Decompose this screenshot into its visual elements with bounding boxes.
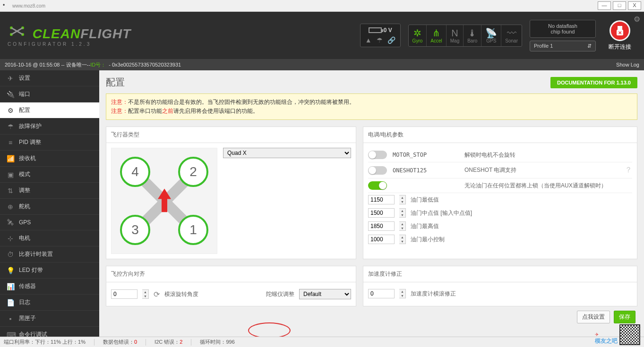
warning-icon: ▲ [365, 36, 372, 44]
sidebar-item-11[interactable]: ⏱比赛计时装置 [0, 246, 99, 262]
spinner-buttons[interactable]: ▲▼ [399, 208, 406, 218]
profile-select[interactable]: Profile 1⇵ [530, 41, 596, 51]
log-timestamp: 2016-10-16 @ 01:55:08 [5, 62, 60, 68]
sidebar-icon: ⏱ [7, 251, 14, 258]
parachute-icon: ☂ [377, 36, 383, 44]
mixer-diagram: 4 2 3 1 [111, 148, 217, 254]
accel-roll-input[interactable] [368, 289, 395, 298]
sidebar-label: 调整 [19, 186, 30, 195]
warning-notice: 注意：不是所有的功能组合是有效的。当飞控固件检测到无效的功能组合，冲突的功能将被… [106, 93, 637, 120]
spinner-buttons[interactable]: ▲▼ [142, 289, 149, 299]
sensor-mag: NMag [446, 25, 463, 46]
sidebar-item-1[interactable]: 🔌端口 [0, 86, 99, 102]
refresh-icon: ⟳ [154, 290, 160, 299]
sidebar-item-2[interactable]: ⚙配置 [0, 102, 99, 118]
documentation-button[interactable]: DOCUMENTATION FOR 1.13.0 [550, 77, 637, 88]
gyro-align-select[interactable]: Default [299, 289, 351, 299]
status-bar: 端口利用率：下行：11% 上行：1% 数据包错误：0 I2C 错误：2 循环时间… [0, 337, 644, 347]
sidebar-item-12[interactable]: 💡LED 灯带 [0, 262, 99, 279]
aircraft-type-panel: 飞行器类型 4 2 3 1 [106, 127, 356, 259]
throttle-input[interactable] [368, 208, 395, 218]
settings-gear-icon[interactable]: ⚙ [634, 15, 640, 24]
esc-feature-row: MOTOR_STOP解锁时电机不会旋转 [368, 148, 632, 162]
sidebar-label: 电机 [19, 234, 30, 242]
sidebar-item-5[interactable]: 📶接收机 [0, 151, 99, 167]
show-log-toggle[interactable]: Show Log [616, 62, 639, 68]
feature-toggle[interactable] [368, 151, 387, 159]
sidebar-item-15[interactable]: ▪黑匣子 [0, 311, 99, 327]
sidebar-item-3[interactable]: ☂故障保护 [0, 118, 99, 135]
sidebar-icon: ⊕ [7, 203, 14, 211]
sensor-baro: 🌡Baro [463, 25, 481, 46]
annotation-circle [248, 322, 291, 337]
disconnect-button[interactable]: ✕ 断开连接 [603, 20, 636, 51]
spinner-buttons[interactable]: ▲▼ [399, 195, 406, 204]
svg-rect-6 [618, 26, 622, 30]
mixer-select[interactable]: Quad X [223, 148, 351, 158]
sidebar-icon: ⌨ [7, 331, 14, 337]
sensor-sonar: 〰Sonar [501, 25, 522, 46]
throttle-input[interactable] [368, 221, 395, 231]
qr-code-icon [619, 324, 640, 345]
sidebar-icon: 📄 [7, 299, 14, 306]
sidebar-icon: 📶 [7, 155, 14, 162]
sensor-accel: ⋔Accel [426, 25, 446, 46]
esc-motor-panel: 电调/电机参数 MOTOR_STOP解锁时电机不会旋转ONESHOT125ONE… [363, 127, 637, 259]
sidebar-label: 黑匣子 [19, 314, 36, 322]
page-title: 配置 [106, 76, 125, 89]
gps-icon: 📡 [485, 28, 497, 38]
save-button[interactable]: 保存 [614, 311, 635, 323]
sidebar-label: 比赛计时装置 [19, 250, 53, 258]
esc-feature-row: ONESHOT125ONESHOT 电调支持？ [368, 162, 632, 178]
link-icon: 🔗 [387, 36, 395, 44]
feature-toggle[interactable] [368, 181, 387, 190]
throttle-row: ▲▼油门最小控制 [368, 233, 632, 246]
spinner-buttons[interactable]: ▲▼ [399, 221, 406, 231]
sensor-gyro: ✲Gyro [409, 25, 427, 46]
sidebar-label: LED 灯带 [19, 266, 43, 274]
svg-marker-9 [158, 188, 171, 212]
sidebar-item-8[interactable]: ⊕舵机 [0, 199, 99, 215]
feature-desc: 无论油门在任何位置都将上锁（当使用AUX通道解锁时） [464, 182, 632, 190]
browser-bullet-icon: • [3, 2, 10, 9]
esc-feature-row: 无论油门在任何位置都将上锁（当使用AUX通道解锁时） [368, 178, 632, 193]
roll-degrees-input[interactable] [111, 289, 137, 299]
spinner-buttons[interactable]: ▲▼ [399, 235, 406, 244]
sidebar-icon: ▪ [7, 315, 14, 322]
throttle-label: 油门最小控制 [411, 236, 445, 244]
quad-icon [8, 24, 26, 42]
sidebar-icon: ⊹ [7, 235, 14, 242]
sidebar-icon: 🛰 [7, 219, 14, 226]
spinner-buttons[interactable]: ▲▼ [399, 289, 406, 298]
app-header: ⚙ CLEANFLIGHT CONFIGURATOR 1.2.3 0 V ▲ ☂… [0, 12, 644, 59]
sensor-gps: 📡GPS [481, 25, 501, 46]
accel-icon: ⋔ [430, 28, 442, 38]
sidebar-icon: ▣ [7, 171, 14, 178]
sidebar-item-14[interactable]: 📄日志 [0, 295, 99, 311]
rotor-2-icon: 2 [178, 157, 208, 187]
sidebar-label: 模式 [19, 170, 30, 178]
sidebar-item-10[interactable]: ⊹电机 [0, 230, 99, 246]
window-min-button[interactable]: — [598, 1, 611, 10]
sidebar-item-13[interactable]: 📊传感器 [0, 279, 99, 295]
sidebar-label: 日志 [19, 298, 30, 306]
sidebar-item-16[interactable]: ⌨命令行调试 [0, 327, 99, 337]
sidebar-item-4[interactable]: ≡PID 调整 [0, 135, 99, 151]
throttle-input[interactable] [368, 195, 395, 204]
sidebar-label: 命令行调试 [19, 330, 47, 337]
sidebar-icon: ⚙ [7, 107, 14, 114]
accel-trim-panel: 加速度计修正 ▲▼ 加速度计横滚修正 [363, 266, 637, 306]
help-icon[interactable]: ？ [625, 165, 632, 175]
window-max-button[interactable]: □ [613, 1, 626, 10]
sidebar-item-9[interactable]: 🛰GPS [0, 215, 99, 230]
throttle-input[interactable] [368, 235, 395, 244]
feature-toggle[interactable] [368, 166, 387, 175]
settings-button[interactable]: 点我设置 [577, 311, 610, 323]
sidebar-item-6[interactable]: ▣模式 [0, 167, 99, 183]
sidebar-icon: 🔌 [7, 91, 14, 98]
feature-name: ONESHOT125 [393, 167, 459, 174]
sidebar-item-0[interactable]: ✈设置 [0, 70, 99, 86]
sidebar-item-7[interactable]: ⇅调整 [0, 183, 99, 199]
sidebar-icon: 📊 [7, 283, 14, 290]
window-close-button[interactable]: X [628, 1, 641, 10]
